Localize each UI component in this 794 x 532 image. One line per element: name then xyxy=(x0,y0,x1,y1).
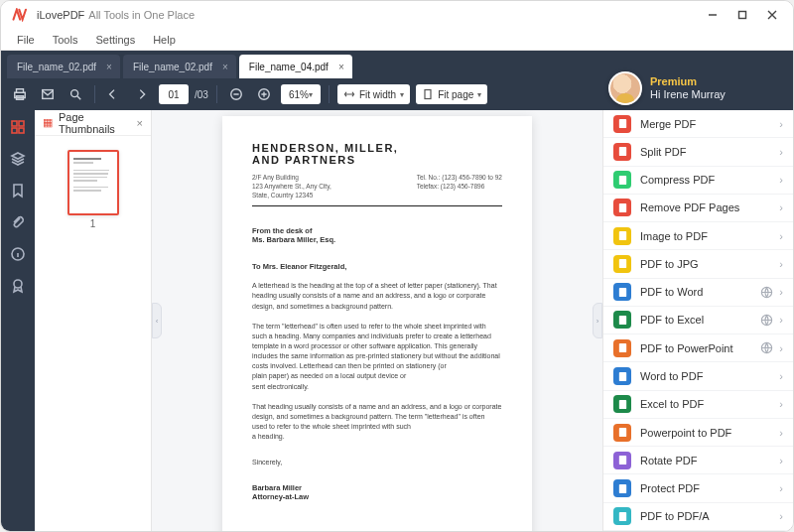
tab-0[interactable]: File_name_02.pdf× xyxy=(7,55,120,78)
tool-label: Image to PDF xyxy=(640,230,708,242)
app-logo xyxy=(11,8,31,22)
tool-icon xyxy=(613,171,631,189)
tool-word-to-pdf[interactable]: Word to PDF› xyxy=(603,362,793,390)
tool-split-pdf[interactable]: Split PDF› xyxy=(603,138,793,166)
tool-label: PDF to PDF/A xyxy=(640,510,710,522)
chevron-right-icon: › xyxy=(779,201,783,213)
user-greeting: Hi Irene Murray xyxy=(650,88,726,101)
tool-pdf-to-word[interactable]: PDF to Word› xyxy=(603,279,793,307)
tool-pdf-to-pdf-a[interactable]: PDF to PDF/A› xyxy=(603,503,793,531)
tool-label: Split PDF xyxy=(640,146,686,158)
titlebar: iLovePDF All Tools in One Place xyxy=(1,1,793,29)
thumbnail-page-1[interactable]: 1 xyxy=(67,150,119,215)
zoom-out-button[interactable] xyxy=(225,83,247,105)
sidebar-rail xyxy=(1,110,35,531)
svg-rect-26 xyxy=(618,400,625,409)
svg-rect-27 xyxy=(618,428,625,437)
chevron-right-icon: › xyxy=(779,146,783,158)
fit-width-button[interactable]: Fit width▾ xyxy=(337,84,410,104)
tool-label: Compress PDF xyxy=(640,174,715,186)
thumbnails-icon: ▦ xyxy=(43,116,53,129)
menu-tools[interactable]: Tools xyxy=(53,34,78,46)
rail-layers-icon[interactable] xyxy=(9,150,27,168)
tool-image-to-pdf[interactable]: Image to PDF› xyxy=(603,222,793,250)
svg-rect-19 xyxy=(618,288,625,297)
mail-button[interactable] xyxy=(37,83,59,105)
close-tab-icon[interactable]: × xyxy=(338,62,344,72)
tab-2[interactable]: File_name_04.pdf× xyxy=(239,55,352,78)
tools-panel: Merge PDF›Split PDF›Compress PDF›Remove … xyxy=(602,110,793,531)
thumbnail-number: 1 xyxy=(69,218,117,229)
prev-page-button[interactable] xyxy=(103,83,125,105)
zoom-field[interactable]: 61%▾ xyxy=(281,84,321,104)
tool-label: Powerpoint to PDF xyxy=(640,427,731,439)
chevron-right-icon: › xyxy=(779,314,783,326)
rail-bookmark-icon[interactable] xyxy=(9,182,27,200)
tool-pdf-to-powerpoint[interactable]: PDF to PowerPoint› xyxy=(603,334,793,362)
chevron-right-icon: › xyxy=(779,286,783,298)
close-button[interactable] xyxy=(757,4,787,26)
user-pill[interactable]: Premium Hi Irene Murray xyxy=(608,66,785,110)
search-button[interactable] xyxy=(65,83,86,105)
tool-icon xyxy=(613,227,631,245)
rail-thumbnails-icon[interactable] xyxy=(9,118,27,136)
chevron-right-icon: › xyxy=(779,174,783,186)
tool-merge-pdf[interactable]: Merge PDF› xyxy=(603,110,793,138)
menubar: File Tools Settings Help xyxy=(1,29,793,51)
panel-handle-left[interactable]: ‹ xyxy=(152,303,162,338)
zoom-in-button[interactable] xyxy=(253,83,275,105)
tool-remove-pdf-pages[interactable]: Remove PDF Pages› xyxy=(603,195,793,222)
tool-rotate-pdf[interactable]: Rotate PDF› xyxy=(603,447,793,474)
tool-pdf-to-excel[interactable]: PDF to Excel› xyxy=(603,307,793,334)
menu-help[interactable]: Help xyxy=(153,34,176,46)
svg-rect-16 xyxy=(618,203,625,212)
maximize-button[interactable] xyxy=(728,4,757,26)
fit-page-button[interactable]: Fit page▾ xyxy=(416,84,487,104)
svg-rect-14 xyxy=(618,147,625,156)
tool-label: PDF to PowerPoint xyxy=(640,342,733,354)
doc-company-2: AND PARTNERS xyxy=(252,154,502,166)
close-tab-icon[interactable]: × xyxy=(222,62,228,72)
rail-badge-icon[interactable] xyxy=(9,277,27,295)
panel-handle-right[interactable]: › xyxy=(593,303,602,338)
svg-rect-13 xyxy=(618,119,625,128)
svg-rect-15 xyxy=(618,176,625,185)
page-number-field[interactable]: 01 xyxy=(159,84,189,104)
tool-label: Protect PDF xyxy=(640,482,700,494)
tool-protect-pdf[interactable]: Protect PDF› xyxy=(603,474,793,502)
tool-powerpoint-to-pdf[interactable]: Powerpoint to PDF› xyxy=(603,419,793,447)
menu-file[interactable]: File xyxy=(17,34,35,46)
rail-info-icon[interactable] xyxy=(9,245,27,263)
tab-label: File_name_02.pdf xyxy=(133,62,212,72)
svg-rect-25 xyxy=(618,371,625,380)
chevron-right-icon: › xyxy=(779,118,783,130)
page-total: /03 xyxy=(195,89,208,100)
print-button[interactable] xyxy=(9,83,31,105)
tool-label: PDF to JPG xyxy=(640,258,699,270)
tool-label: Merge PDF xyxy=(640,118,696,130)
doc-company-1: HENDERSON, MILLER, xyxy=(252,142,502,154)
menu-settings[interactable]: Settings xyxy=(95,34,135,46)
tool-icon xyxy=(613,479,631,497)
rail-attachment-icon[interactable] xyxy=(9,213,27,231)
chevron-right-icon: › xyxy=(779,427,783,439)
tool-icon xyxy=(613,395,631,413)
thumbnails-close-icon[interactable]: × xyxy=(137,117,143,129)
svg-rect-1 xyxy=(739,12,746,19)
tool-icon xyxy=(613,199,631,216)
document-viewer[interactable]: ‹ › HENDERSON, MILLER, AND PARTNERS 2/F … xyxy=(152,110,602,531)
thumbnails-title: Page Thumbnails xyxy=(59,111,137,135)
toolbar: 01 /03 61%▾ Fit width▾ Fit page▾ Premium… xyxy=(1,78,793,110)
tool-pdf-to-jpg[interactable]: PDF to JPG› xyxy=(603,250,793,278)
next-page-button[interactable] xyxy=(131,83,153,105)
user-tier: Premium xyxy=(650,75,726,88)
tool-compress-pdf[interactable]: Compress PDF› xyxy=(603,167,793,195)
app-name: iLovePDF xyxy=(37,9,84,21)
tool-excel-to-pdf[interactable]: Excel to PDF› xyxy=(603,391,793,419)
tool-icon xyxy=(613,255,631,273)
chevron-right-icon: › xyxy=(779,482,783,494)
minimize-button[interactable] xyxy=(698,4,728,26)
close-tab-icon[interactable]: × xyxy=(106,62,112,72)
tab-1[interactable]: File_name_02.pdf× xyxy=(123,55,236,78)
svg-rect-30 xyxy=(618,512,625,521)
